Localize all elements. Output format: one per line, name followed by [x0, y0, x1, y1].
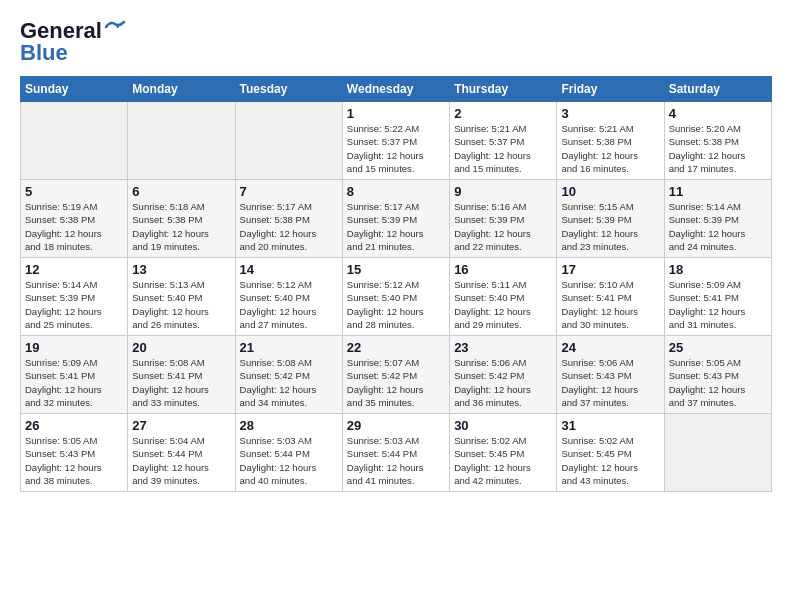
weekday-header-saturday: Saturday	[664, 77, 771, 102]
page: General Blue SundayMondayTuesdayWednesda…	[0, 0, 792, 612]
calendar-week-row: 12Sunrise: 5:14 AM Sunset: 5:39 PM Dayli…	[21, 258, 772, 336]
day-info: Sunrise: 5:15 AM Sunset: 5:39 PM Dayligh…	[561, 200, 659, 253]
day-number: 18	[669, 262, 767, 277]
calendar-cell: 25Sunrise: 5:05 AM Sunset: 5:43 PM Dayli…	[664, 336, 771, 414]
calendar-cell: 18Sunrise: 5:09 AM Sunset: 5:41 PM Dayli…	[664, 258, 771, 336]
day-number: 5	[25, 184, 123, 199]
day-number: 3	[561, 106, 659, 121]
day-info: Sunrise: 5:08 AM Sunset: 5:42 PM Dayligh…	[240, 356, 338, 409]
calendar-cell: 16Sunrise: 5:11 AM Sunset: 5:40 PM Dayli…	[450, 258, 557, 336]
calendar-cell: 9Sunrise: 5:16 AM Sunset: 5:39 PM Daylig…	[450, 180, 557, 258]
calendar-week-row: 19Sunrise: 5:09 AM Sunset: 5:41 PM Dayli…	[21, 336, 772, 414]
day-number: 26	[25, 418, 123, 433]
day-info: Sunrise: 5:18 AM Sunset: 5:38 PM Dayligh…	[132, 200, 230, 253]
calendar-cell: 30Sunrise: 5:02 AM Sunset: 5:45 PM Dayli…	[450, 414, 557, 492]
calendar-cell	[128, 102, 235, 180]
day-number: 30	[454, 418, 552, 433]
calendar-cell: 6Sunrise: 5:18 AM Sunset: 5:38 PM Daylig…	[128, 180, 235, 258]
calendar-cell: 19Sunrise: 5:09 AM Sunset: 5:41 PM Dayli…	[21, 336, 128, 414]
day-info: Sunrise: 5:03 AM Sunset: 5:44 PM Dayligh…	[240, 434, 338, 487]
calendar-cell: 21Sunrise: 5:08 AM Sunset: 5:42 PM Dayli…	[235, 336, 342, 414]
day-info: Sunrise: 5:16 AM Sunset: 5:39 PM Dayligh…	[454, 200, 552, 253]
day-info: Sunrise: 5:14 AM Sunset: 5:39 PM Dayligh…	[25, 278, 123, 331]
day-info: Sunrise: 5:17 AM Sunset: 5:39 PM Dayligh…	[347, 200, 445, 253]
calendar-cell: 12Sunrise: 5:14 AM Sunset: 5:39 PM Dayli…	[21, 258, 128, 336]
day-info: Sunrise: 5:07 AM Sunset: 5:42 PM Dayligh…	[347, 356, 445, 409]
calendar-cell: 17Sunrise: 5:10 AM Sunset: 5:41 PM Dayli…	[557, 258, 664, 336]
calendar-cell: 14Sunrise: 5:12 AM Sunset: 5:40 PM Dayli…	[235, 258, 342, 336]
calendar-week-row: 1Sunrise: 5:22 AM Sunset: 5:37 PM Daylig…	[21, 102, 772, 180]
calendar-cell: 23Sunrise: 5:06 AM Sunset: 5:42 PM Dayli…	[450, 336, 557, 414]
day-number: 17	[561, 262, 659, 277]
day-info: Sunrise: 5:21 AM Sunset: 5:37 PM Dayligh…	[454, 122, 552, 175]
day-info: Sunrise: 5:05 AM Sunset: 5:43 PM Dayligh…	[25, 434, 123, 487]
day-number: 12	[25, 262, 123, 277]
weekday-header-friday: Friday	[557, 77, 664, 102]
calendar-cell: 7Sunrise: 5:17 AM Sunset: 5:38 PM Daylig…	[235, 180, 342, 258]
calendar-cell: 26Sunrise: 5:05 AM Sunset: 5:43 PM Dayli…	[21, 414, 128, 492]
day-info: Sunrise: 5:09 AM Sunset: 5:41 PM Dayligh…	[669, 278, 767, 331]
day-number: 15	[347, 262, 445, 277]
calendar-cell: 1Sunrise: 5:22 AM Sunset: 5:37 PM Daylig…	[342, 102, 449, 180]
logo-blue: Blue	[20, 40, 68, 66]
calendar-cell: 20Sunrise: 5:08 AM Sunset: 5:41 PM Dayli…	[128, 336, 235, 414]
calendar-cell: 10Sunrise: 5:15 AM Sunset: 5:39 PM Dayli…	[557, 180, 664, 258]
calendar-cell: 31Sunrise: 5:02 AM Sunset: 5:45 PM Dayli…	[557, 414, 664, 492]
day-number: 20	[132, 340, 230, 355]
calendar-cell: 27Sunrise: 5:04 AM Sunset: 5:44 PM Dayli…	[128, 414, 235, 492]
day-number: 21	[240, 340, 338, 355]
day-info: Sunrise: 5:04 AM Sunset: 5:44 PM Dayligh…	[132, 434, 230, 487]
day-info: Sunrise: 5:02 AM Sunset: 5:45 PM Dayligh…	[561, 434, 659, 487]
day-number: 22	[347, 340, 445, 355]
day-number: 25	[669, 340, 767, 355]
day-info: Sunrise: 5:05 AM Sunset: 5:43 PM Dayligh…	[669, 356, 767, 409]
calendar-cell: 2Sunrise: 5:21 AM Sunset: 5:37 PM Daylig…	[450, 102, 557, 180]
calendar-cell: 24Sunrise: 5:06 AM Sunset: 5:43 PM Dayli…	[557, 336, 664, 414]
day-info: Sunrise: 5:17 AM Sunset: 5:38 PM Dayligh…	[240, 200, 338, 253]
header: General Blue	[20, 18, 772, 66]
day-info: Sunrise: 5:02 AM Sunset: 5:45 PM Dayligh…	[454, 434, 552, 487]
logo-bird-icon	[104, 19, 126, 35]
day-number: 24	[561, 340, 659, 355]
day-number: 2	[454, 106, 552, 121]
calendar-week-row: 5Sunrise: 5:19 AM Sunset: 5:38 PM Daylig…	[21, 180, 772, 258]
weekday-header-monday: Monday	[128, 77, 235, 102]
weekday-header-wednesday: Wednesday	[342, 77, 449, 102]
day-info: Sunrise: 5:20 AM Sunset: 5:38 PM Dayligh…	[669, 122, 767, 175]
weekday-header-thursday: Thursday	[450, 77, 557, 102]
calendar-cell	[664, 414, 771, 492]
day-info: Sunrise: 5:10 AM Sunset: 5:41 PM Dayligh…	[561, 278, 659, 331]
day-info: Sunrise: 5:14 AM Sunset: 5:39 PM Dayligh…	[669, 200, 767, 253]
day-info: Sunrise: 5:21 AM Sunset: 5:38 PM Dayligh…	[561, 122, 659, 175]
day-info: Sunrise: 5:03 AM Sunset: 5:44 PM Dayligh…	[347, 434, 445, 487]
calendar-cell: 5Sunrise: 5:19 AM Sunset: 5:38 PM Daylig…	[21, 180, 128, 258]
calendar-cell: 22Sunrise: 5:07 AM Sunset: 5:42 PM Dayli…	[342, 336, 449, 414]
day-info: Sunrise: 5:13 AM Sunset: 5:40 PM Dayligh…	[132, 278, 230, 331]
day-info: Sunrise: 5:06 AM Sunset: 5:42 PM Dayligh…	[454, 356, 552, 409]
day-info: Sunrise: 5:06 AM Sunset: 5:43 PM Dayligh…	[561, 356, 659, 409]
day-number: 9	[454, 184, 552, 199]
day-info: Sunrise: 5:19 AM Sunset: 5:38 PM Dayligh…	[25, 200, 123, 253]
calendar-cell: 29Sunrise: 5:03 AM Sunset: 5:44 PM Dayli…	[342, 414, 449, 492]
calendar-cell: 11Sunrise: 5:14 AM Sunset: 5:39 PM Dayli…	[664, 180, 771, 258]
weekday-header-tuesday: Tuesday	[235, 77, 342, 102]
day-number: 6	[132, 184, 230, 199]
day-info: Sunrise: 5:09 AM Sunset: 5:41 PM Dayligh…	[25, 356, 123, 409]
day-number: 16	[454, 262, 552, 277]
calendar-cell	[235, 102, 342, 180]
calendar-cell: 15Sunrise: 5:12 AM Sunset: 5:40 PM Dayli…	[342, 258, 449, 336]
calendar-cell: 3Sunrise: 5:21 AM Sunset: 5:38 PM Daylig…	[557, 102, 664, 180]
calendar-cell: 4Sunrise: 5:20 AM Sunset: 5:38 PM Daylig…	[664, 102, 771, 180]
logo: General Blue	[20, 18, 126, 66]
calendar-table: SundayMondayTuesdayWednesdayThursdayFrid…	[20, 76, 772, 492]
day-info: Sunrise: 5:12 AM Sunset: 5:40 PM Dayligh…	[347, 278, 445, 331]
day-number: 10	[561, 184, 659, 199]
day-number: 19	[25, 340, 123, 355]
calendar-week-row: 26Sunrise: 5:05 AM Sunset: 5:43 PM Dayli…	[21, 414, 772, 492]
day-number: 14	[240, 262, 338, 277]
day-number: 23	[454, 340, 552, 355]
calendar-header-row: SundayMondayTuesdayWednesdayThursdayFrid…	[21, 77, 772, 102]
day-info: Sunrise: 5:11 AM Sunset: 5:40 PM Dayligh…	[454, 278, 552, 331]
day-number: 13	[132, 262, 230, 277]
day-number: 4	[669, 106, 767, 121]
